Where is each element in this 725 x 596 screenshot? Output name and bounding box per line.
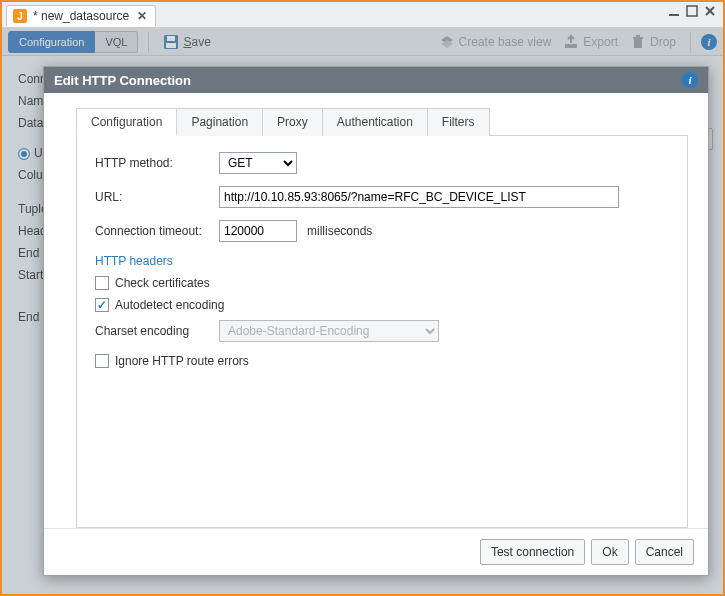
tab-pagination[interactable]: Pagination [177, 108, 263, 136]
dialog-tabs: Configuration Pagination Proxy Authentic… [76, 107, 688, 136]
charset-select: Adobe-Standard-Encoding [219, 320, 439, 342]
dialog-title: Edit HTTP Connection [54, 73, 191, 88]
tab-authentication[interactable]: Authentication [323, 108, 428, 136]
window-controls [667, 4, 717, 18]
tab-filters[interactable]: Filters [428, 108, 490, 136]
check-certificates-checkbox[interactable] [95, 276, 109, 290]
charset-label: Charset encoding [95, 324, 219, 338]
url-label: URL: [95, 190, 219, 204]
timeout-input[interactable] [219, 220, 297, 242]
timeout-label: Connection timeout: [95, 224, 219, 238]
minimize-icon[interactable] [667, 4, 681, 18]
maximize-icon[interactable] [685, 4, 699, 18]
tab-content: HTTP method: GET URL: Connection timeout… [76, 136, 688, 528]
url-input[interactable] [219, 186, 619, 208]
test-connection-button[interactable]: Test connection [480, 539, 585, 565]
http-method-select[interactable]: GET [219, 152, 297, 174]
svg-rect-1 [687, 6, 697, 16]
ignore-route-errors-checkbox[interactable] [95, 354, 109, 368]
timeout-unit: milliseconds [307, 224, 372, 238]
http-headers-link[interactable]: HTTP headers [95, 254, 669, 268]
ignore-route-errors-label: Ignore HTTP route errors [115, 354, 249, 368]
dialog-titlebar: Edit HTTP Connection i [44, 67, 708, 93]
document-tab-title: * new_datasource [33, 9, 129, 23]
tab-configuration[interactable]: Configuration [76, 108, 177, 136]
datasource-icon: J [13, 9, 27, 23]
check-certificates-label: Check certificates [115, 276, 210, 290]
dialog-footer: Test connection Ok Cancel [44, 528, 708, 575]
close-window-icon[interactable] [703, 4, 717, 18]
info-icon[interactable]: i [682, 72, 698, 88]
http-method-label: HTTP method: [95, 156, 219, 170]
autodetect-encoding-label: Autodetect encoding [115, 298, 224, 312]
document-tab[interactable]: J * new_datasource ✕ [6, 5, 156, 27]
cancel-button[interactable]: Cancel [635, 539, 694, 565]
app-window: J * new_datasource ✕ Configuration VQL S… [0, 0, 725, 596]
close-icon[interactable]: ✕ [135, 9, 149, 23]
edit-http-connection-dialog: Edit HTTP Connection i Configuration Pag… [43, 66, 709, 576]
autodetect-encoding-checkbox[interactable] [95, 298, 109, 312]
ok-button[interactable]: Ok [591, 539, 628, 565]
tab-proxy[interactable]: Proxy [263, 108, 323, 136]
window-tabs: J * new_datasource ✕ [2, 2, 723, 28]
